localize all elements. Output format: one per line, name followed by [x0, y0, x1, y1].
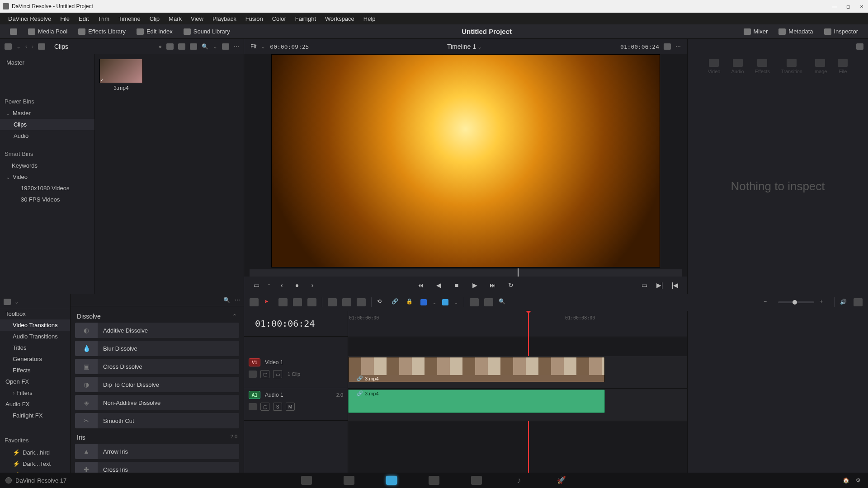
v1-lock-button[interactable]	[249, 371, 257, 378]
play-reverse-button[interactable]: ◀	[434, 280, 443, 290]
home-button[interactable]: 🏠	[843, 477, 849, 483]
next-edit-button[interactable]: ▶|	[655, 280, 665, 290]
selection-tool[interactable]: ➤	[264, 298, 273, 306]
search-icon[interactable]: 🔍	[202, 43, 208, 50]
metadata-button[interactable]: Metadata	[774, 26, 817, 37]
match-frame-next[interactable]: ›	[307, 280, 317, 290]
menu-view[interactable]: View	[186, 15, 208, 22]
fx-cross-dissolve[interactable]: ▣Cross Dissolve	[75, 359, 239, 374]
mixer-button[interactable]: Mixer	[739, 26, 773, 37]
inspector-tab-video[interactable]: Video	[708, 59, 721, 74]
video-track-header[interactable]: V1 Video 1 ▢ ▭ 1 Clip	[244, 356, 348, 388]
v1-badge[interactable]: V1	[249, 358, 260, 366]
project-settings-button[interactable]: ⚙	[856, 477, 861, 483]
favorites-header[interactable]: Favorites	[0, 434, 70, 447]
fusion-page-button[interactable]	[429, 476, 439, 485]
overwrite-clip-button[interactable]	[342, 298, 351, 306]
zoom-slider[interactable]	[778, 301, 814, 303]
openfx-node[interactable]: Open FX	[0, 376, 70, 387]
bin-master[interactable]: Master	[0, 57, 94, 68]
tl-tool-b[interactable]	[484, 298, 493, 306]
view-list-button[interactable]	[190, 43, 197, 50]
a1-mute-button[interactable]: M	[286, 403, 295, 411]
a1-solo-button[interactable]: S	[273, 403, 282, 411]
clip-thumbnail[interactable]	[99, 59, 143, 83]
smart-bins-header[interactable]: Smart Bins	[0, 148, 94, 160]
bypass-grades-button[interactable]	[664, 43, 671, 50]
match-frame-mark[interactable]: ●	[292, 280, 302, 290]
viewer-scrubber[interactable]	[250, 269, 682, 277]
prev-edit-button[interactable]: |◀	[670, 280, 680, 290]
color-page-button[interactable]	[471, 476, 482, 485]
snap-button[interactable]: ⟲	[377, 298, 386, 306]
menu-edit[interactable]: Edit	[74, 15, 93, 22]
menu-workspace[interactable]: Workspace	[321, 15, 359, 22]
media-pool-button[interactable]: Media Pool	[24, 26, 72, 37]
menu-trim[interactable]: Trim	[94, 15, 114, 22]
tl-tool-a[interactable]	[470, 298, 479, 306]
import-button[interactable]	[38, 43, 45, 50]
marker-button[interactable]	[442, 299, 448, 305]
go-first-button[interactable]: ⏮	[415, 280, 425, 290]
go-last-button[interactable]: ⏭	[488, 280, 498, 290]
fx-more-button[interactable]: ⋯	[235, 297, 240, 303]
audio-clip[interactable]: 🔗3.mp4	[348, 389, 605, 413]
tl-tool-c[interactable]: 🔍	[499, 298, 508, 306]
smartbin-1080[interactable]: 868x488 Videos	[0, 183, 94, 194]
stop-button[interactable]: ■	[452, 280, 462, 290]
timeline-timecode[interactable]: 01:00:06:24	[244, 311, 348, 337]
lock-button[interactable]: 🔒	[406, 298, 415, 306]
menu-mark[interactable]: Mark	[164, 15, 186, 22]
viewer-frame[interactable]	[271, 54, 660, 267]
viewer-more-button[interactable]: ⋯	[675, 43, 681, 50]
fx-layout-button[interactable]	[4, 299, 11, 305]
dissolve-category[interactable]: Dissolve⌃	[75, 310, 239, 323]
dynamic-trim-tool[interactable]	[293, 298, 302, 306]
menu-help[interactable]: Help	[359, 15, 380, 22]
nav-fwd-button[interactable]: ›	[32, 43, 33, 50]
play-button[interactable]: ▶	[470, 280, 480, 290]
v1-auto-select[interactable]: ▢	[260, 370, 269, 378]
video-clip[interactable]: 🔗3.mp4	[348, 357, 605, 382]
insert-mode-button[interactable]: ▭	[251, 280, 261, 290]
volume-icon[interactable]: 🔊	[840, 299, 848, 306]
favorite-2[interactable]: ⚡Dark...Text	[0, 458, 70, 469]
window-maximize-button[interactable]: ◻	[844, 3, 852, 10]
toolbox-node[interactable]: Toolbox	[0, 308, 70, 319]
audio-transitions-node[interactable]: Audio Transitions	[0, 331, 70, 342]
insert-clip-button[interactable]	[328, 298, 337, 306]
blade-tool[interactable]	[307, 298, 316, 306]
menu-fairlight[interactable]: Fairlight	[291, 15, 321, 22]
inspector-button[interactable]: Inspector	[820, 26, 863, 37]
audiofx-node[interactable]: Audio FX	[0, 399, 70, 410]
timeline-name[interactable]: Timeline 1	[447, 43, 476, 50]
powerbin-audio[interactable]: Audio	[0, 130, 94, 141]
v1-disable[interactable]: ▭	[273, 370, 282, 378]
powerbin-master[interactable]: Master	[0, 108, 94, 119]
smartbin-keywords[interactable]: Keywords	[0, 160, 94, 171]
fairlight-page-button[interactable]: ♪	[514, 476, 524, 485]
menu-file[interactable]: File	[56, 15, 74, 22]
inspector-tab-audio[interactable]: Audio	[731, 59, 744, 74]
effects-node[interactable]: Effects	[0, 365, 70, 376]
record-timecode[interactable]: 01:00:06:24	[620, 43, 659, 50]
fx-search-icon[interactable]: 🔍	[223, 297, 230, 303]
menu-timeline[interactable]: Timeline	[114, 15, 145, 22]
menu-color[interactable]: Color	[268, 15, 291, 22]
fx-additive-dissolve[interactable]: ◐Additive Dissolve	[75, 323, 239, 338]
fx-arrow-iris[interactable]: ▲Arrow Iris	[75, 444, 239, 459]
titles-node[interactable]: Titles	[0, 342, 70, 353]
cut-page-button[interactable]	[344, 476, 354, 485]
match-frame-prev[interactable]: ‹	[277, 280, 287, 290]
panel-toggle-button[interactable]	[5, 27, 22, 37]
inspector-tab-transition[interactable]: Transition	[781, 59, 802, 74]
powerbin-clips[interactable]: Clips	[0, 119, 94, 130]
view-grid-button[interactable]	[178, 43, 185, 50]
source-timecode[interactable]: 00:00:09:25	[270, 43, 309, 50]
iris-category[interactable]: Iris2.0	[75, 431, 239, 444]
flag-button[interactable]	[420, 299, 427, 305]
menu-clip[interactable]: Clip	[145, 15, 164, 22]
fx-non-additive-dissolve[interactable]: ◈Non-Additive Dissolve	[75, 395, 239, 410]
tl-options-button[interactable]	[854, 298, 863, 306]
timeline-ruler[interactable]: 01:00:00:00 01:00:08:00	[348, 311, 687, 337]
